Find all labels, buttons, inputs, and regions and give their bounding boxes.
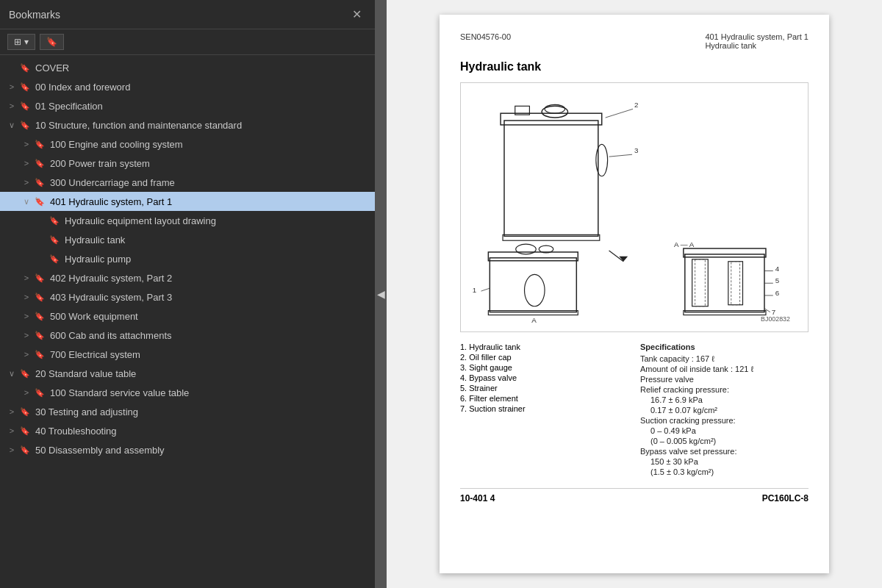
bookmarks-header: Bookmarks ✕ <box>0 0 375 29</box>
svg-text:A — A: A — A <box>674 240 695 248</box>
expand-icon: > <box>6 82 18 91</box>
tree-item-700[interactable]: >🔖700 Electrical system <box>0 345 375 364</box>
svg-line-8 <box>606 109 633 118</box>
spec-item: Pressure valve <box>640 375 808 384</box>
bookmarks-tree: 🔖COVER>🔖00 Index and foreword>🔖01 Specif… <box>0 55 375 588</box>
tree-item-label: 00 Index and foreword <box>35 82 370 93</box>
document-panel: SEN04576-00 401 Hydraulic system, Part 1… <box>387 0 882 588</box>
footer-left: 10-401 4 <box>460 493 495 503</box>
tree-item-401c[interactable]: 🔖Hydraulic pump <box>0 249 375 268</box>
tree-item-500[interactable]: >🔖500 Work equipment <box>0 306 375 326</box>
legend-item: 2. Oil filler cap <box>460 353 628 362</box>
expand-all-button[interactable]: ⊞ ▾ <box>7 34 35 50</box>
document-footer: 10-401 4 PC160LC-8 <box>460 488 808 503</box>
spec-item: Bypass valve set pressure: <box>640 447 808 456</box>
tree-item-50[interactable]: >🔖50 Disassembly and assembly <box>0 440 375 459</box>
tree-item-40[interactable]: >🔖40 Troubleshooting <box>0 421 375 440</box>
svg-text:A: A <box>531 316 537 324</box>
tree-item-402[interactable]: >🔖402 Hydraulic system, Part 2 <box>0 268 375 287</box>
bookmark-icon: 🔖 <box>49 235 60 245</box>
tree-item-20[interactable]: ∨🔖20 Standard value table <box>0 364 375 383</box>
specs-section: Specifications Tank capacity : 167 ℓAmou… <box>640 343 808 478</box>
svg-text:4: 4 <box>775 265 780 273</box>
bookmark-icon: 🔖 <box>19 426 31 436</box>
tree-item-label: 100 Standard service value table <box>50 387 370 398</box>
tree-item-label: 403 Hydraulic system, Part 3 <box>50 292 370 303</box>
bookmark-icon: 🔖 <box>49 216 60 226</box>
panel-collapse-handle[interactable]: ◀ <box>375 0 387 588</box>
svg-rect-22 <box>692 259 709 306</box>
svg-text:5: 5 <box>775 276 780 284</box>
legend-item: 3. Sight gauge <box>460 363 628 372</box>
bookmarks-title: Bookmarks <box>9 9 60 21</box>
tree-item-label: Hydraulic equipment layout drawing <box>65 215 370 226</box>
collapse-arrow-icon: ◀ <box>377 288 385 300</box>
bookmark-icon: 🔖 <box>34 350 46 359</box>
tree-item-00[interactable]: >🔖00 Index and foreword <box>0 77 375 96</box>
bottom-section: 1. Hydraulic tank2. Oil filler cap3. Sig… <box>460 343 808 478</box>
svg-rect-24 <box>728 262 743 305</box>
tree-item-cover[interactable]: 🔖COVER <box>0 58 375 77</box>
tree-item-401[interactable]: ∨🔖401 Hydraulic system, Part 1 <box>0 192 375 211</box>
tree-item-label: 50 Disassembly and assembly <box>35 445 370 456</box>
tree-item-10[interactable]: ∨🔖10 Structure, function and maintenance… <box>0 115 375 135</box>
expand-icon: ∨ <box>6 121 18 130</box>
expand-icon: > <box>6 426 18 435</box>
expand-icon: > <box>6 101 18 110</box>
tree-item-401b[interactable]: 🔖Hydraulic tank <box>0 230 375 249</box>
spec-item: 0 – 0.49 kPa <box>650 426 808 435</box>
tree-item-300[interactable]: >🔖300 Undercarriage and frame <box>0 173 375 192</box>
spec-item: 16.7 ± 6.9 kPa <box>650 395 808 404</box>
tree-item-label: 401 Hydraulic system, Part 1 <box>50 196 370 207</box>
spec-item: 150 ± 30 kPa <box>650 457 808 466</box>
svg-rect-6 <box>503 234 600 240</box>
spec-item: (1.5 ± 0.3 kg/cm²) <box>650 467 808 476</box>
spec-item: Suction cracking pressure: <box>640 416 808 425</box>
bookmark-icon: 🔖 <box>34 178 46 187</box>
tree-item-403[interactable]: >🔖403 Hydraulic system, Part 3 <box>0 287 375 306</box>
tree-item-label: 200 Power train system <box>50 158 370 169</box>
close-button[interactable]: ✕ <box>348 6 366 23</box>
legend-item: 6. Filter element <box>460 394 628 403</box>
hydraulic-tank-diagram: 2 3 A 1 <box>460 82 808 332</box>
tree-item-600[interactable]: >🔖600 Cab and its attachments <box>0 326 375 345</box>
parts-legend: 1. Hydraulic tank2. Oil filler cap3. Sig… <box>460 343 628 478</box>
tree-item-label: 20 Standard value table <box>35 368 370 379</box>
tree-item-30[interactable]: >🔖30 Testing and adjusting <box>0 402 375 421</box>
bookmark-view-button[interactable]: 🔖 <box>40 34 64 50</box>
tree-item-label: 500 Work equipment <box>50 311 370 322</box>
tree-item-label: 01 Specification <box>35 101 370 112</box>
tree-item-label: 300 Undercarriage and frame <box>50 177 370 188</box>
spec-item: Amount of oil inside tank : 121 ℓ <box>640 365 808 373</box>
tree-item-01[interactable]: >🔖01 Specification <box>0 96 375 115</box>
tree-item-label: Hydraulic tank <box>65 234 370 245</box>
svg-text:3: 3 <box>634 146 639 154</box>
tree-item-label: 40 Troubleshooting <box>35 426 370 437</box>
expand-icon: > <box>6 407 18 416</box>
tree-item-100[interactable]: >🔖100 Engine and cooling system <box>0 135 375 154</box>
svg-point-13 <box>516 244 537 254</box>
doc-id: SEN04576-00 <box>460 32 511 50</box>
expand-icon: ∨ <box>6 369 18 379</box>
bookmark-icon: 🔖 <box>34 388 46 398</box>
expand-icon: > <box>21 388 32 397</box>
tree-item-label: 30 Testing and adjusting <box>35 406 370 417</box>
bookmark-icon: 🔖 <box>19 407 31 417</box>
bookmark-icon: 🔖 <box>19 101 31 111</box>
tree-item-sv100[interactable]: >🔖100 Standard service value table <box>0 383 375 402</box>
bookmark-icon: 🔖 <box>34 140 46 149</box>
svg-text:7: 7 <box>772 308 775 316</box>
tree-item-200[interactable]: >🔖200 Power train system <box>0 154 375 173</box>
expand-all-arrow: ▾ <box>24 37 29 47</box>
legend-item: 5. Strainer <box>460 384 628 392</box>
tree-item-label: 100 Engine and cooling system <box>50 139 370 150</box>
tree-item-401a[interactable]: 🔖Hydraulic equipment layout drawing <box>0 211 375 230</box>
bookmark-icon: 🔖 <box>34 197 46 207</box>
svg-rect-12 <box>488 252 578 261</box>
bookmarks-panel: Bookmarks ✕ ⊞ ▾ 🔖 🔖COVER>🔖00 Index and f… <box>0 0 375 588</box>
expand-icon: > <box>6 445 18 454</box>
tree-item-label: 10 Structure, function and maintenance s… <box>35 120 370 131</box>
svg-text:BJ002832: BJ002832 <box>761 315 790 323</box>
bookmark-icon: 🔖 <box>34 331 46 340</box>
svg-rect-11 <box>490 258 576 312</box>
